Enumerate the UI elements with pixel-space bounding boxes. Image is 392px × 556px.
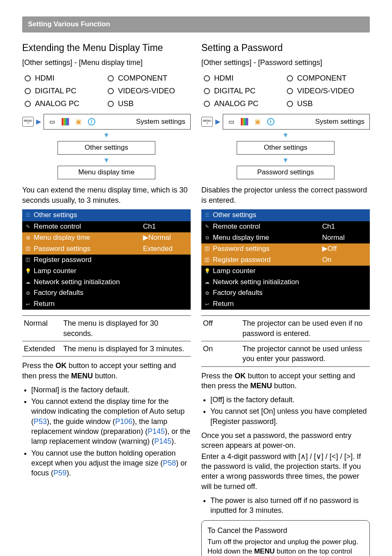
radio-hdmi: HDMI — [204, 73, 287, 83]
row-label: Return — [213, 299, 234, 309]
osd-row: 💡Lamp counter — [22, 266, 191, 277]
right-bullets: [Off] is the factory default. You cannot… — [201, 395, 370, 426]
link-p58[interactable]: P58 — [163, 459, 176, 467]
right-title: Setting a Password — [201, 42, 370, 54]
nav-system-settings-box: ▭ ▣ i System settings — [44, 114, 191, 130]
osd-row: ↩Return — [201, 299, 370, 310]
link-p59[interactable]: P59 — [53, 469, 67, 477]
left-breadcrumb: [Other settings] - [Menu display time] — [22, 58, 191, 67]
menu-button-icon: MENU☰ — [22, 117, 34, 127]
bullet: You cannot use the button holding operat… — [31, 448, 191, 478]
link-p53[interactable]: P53 — [34, 417, 47, 426]
info-icon: i — [265, 116, 277, 127]
radio-digital-pc: DIGITAL PC — [204, 86, 287, 96]
callout-title: To Cancel the Password — [208, 526, 364, 535]
projector-icon: ▣ — [73, 116, 84, 127]
osd-row: ☁Network setting initialization — [22, 277, 191, 288]
link-p145[interactable]: P145 — [154, 437, 171, 445]
row-value: Extended — [143, 244, 188, 254]
osd-row: ✎Remote controlCh1 — [22, 221, 191, 232]
info-icon: i — [86, 116, 97, 127]
bullet: The power is also turned off if no passw… — [210, 496, 370, 516]
row-label: Menu display time — [213, 233, 269, 243]
right-para2: Enter a 4-digit password with [∧] / [∨] … — [201, 452, 370, 491]
row-label: Register password — [34, 255, 92, 265]
row-label: Remote control — [213, 222, 260, 232]
row-icon: ↩ — [204, 301, 210, 308]
row-icon: ✎ — [204, 223, 210, 230]
row-value: ▶Normal — [143, 233, 188, 243]
arrow-right-icon: ▶ — [215, 117, 220, 126]
row-icon: ⧉ — [25, 234, 31, 241]
option-row-extended: ExtendedThe menu is displayed for 3 minu… — [22, 341, 191, 356]
radio-analog-pc: ANALOG PC — [25, 99, 108, 109]
bullet: You cannot set [On] unless you have comp… — [210, 406, 370, 426]
radio-component: COMPONENT — [287, 73, 370, 83]
radio-usb: USB — [287, 99, 370, 109]
nav-other-settings-box: Other settings — [237, 141, 334, 155]
row-label: Network setting initialization — [34, 278, 120, 287]
row-value: On — [322, 255, 367, 265]
row-label: Network setting initialization — [213, 278, 299, 287]
left-press-ok: Press the OK button to accept your setti… — [22, 361, 191, 381]
row-value: ▶Off — [322, 244, 367, 254]
radio-video-svideo: VIDEO/S-VIDEO — [108, 86, 191, 96]
option-row-off: OffThe projector can be used even if no … — [201, 316, 370, 341]
bullet: [Off] is the factory default. — [210, 395, 370, 405]
picture-icon: ▭ — [226, 116, 237, 127]
osd-row: ↩Return — [22, 299, 191, 310]
row-label: Password settings — [34, 244, 90, 254]
callout-body: Turn off the projector and unplug the po… — [208, 537, 364, 556]
osd-row: ⚿Password settings▶Off — [201, 243, 370, 255]
left-bullets: [Normal] is the factory default. You can… — [22, 385, 191, 478]
left-title: Extending the Menu Display Time — [22, 42, 191, 54]
nav-password-settings-box: Password settings — [237, 166, 334, 179]
row-icon: ☁ — [25, 279, 31, 285]
osd-row: ⚙Factory defaults — [201, 287, 370, 299]
left-osd-screenshot: ☰Other settings ✎Remote controlCh1⧉Menu … — [22, 209, 191, 310]
osd-row: ⧉Menu display timeNormal — [201, 232, 370, 243]
osd-row: ⚿Password settingsExtended — [22, 243, 191, 255]
row-icon: ⧉ — [204, 234, 210, 241]
menu-button-icon: MENU☰ — [201, 117, 213, 127]
row-value: Normal — [322, 233, 367, 243]
row-label: Lamp counter — [213, 266, 256, 276]
row-icon: ⚿ — [25, 257, 31, 263]
row-value: Ch1 — [322, 222, 367, 232]
row-icon: ⚙ — [204, 290, 210, 297]
row-icon: ⚿ — [204, 257, 210, 263]
row-icon: 💡 — [204, 268, 210, 274]
row-label: Menu display time — [34, 233, 90, 243]
projector-icon: ▣ — [252, 116, 263, 127]
right-press-ok: Press the OK button to accept your setti… — [201, 371, 370, 391]
left-options-table: NormalThe menu is displayed for 30 secon… — [22, 315, 191, 357]
osd-row: ☁Network setting initialization — [201, 277, 370, 288]
bullet: [Normal] is the factory default. — [31, 385, 191, 395]
nav-menu-display-time-box: Menu display time — [58, 166, 155, 179]
right-osd-screenshot: ☰Other settings ✎Remote controlCh1⧉Menu … — [201, 209, 370, 310]
row-label: Password settings — [213, 244, 270, 254]
row-label: Remote control — [34, 222, 81, 232]
right-bullets-2: The power is also turned off if no passw… — [201, 496, 370, 516]
osd-row: ✎Remote controlCh1 — [201, 221, 370, 232]
color-bars-icon — [239, 116, 250, 127]
page-header: Setting Various Function — [22, 16, 370, 32]
arrow-right-icon: ▶ — [36, 117, 41, 126]
left-intro: You can extend the menu display time, wh… — [22, 185, 191, 205]
osd-row: ⧉Menu display time▶Normal — [22, 232, 191, 243]
row-label: Lamp counter — [34, 266, 76, 276]
row-icon: ⚙ — [25, 290, 31, 297]
option-row-normal: NormalThe menu is displayed for 30 secon… — [22, 316, 191, 341]
osd-row: ⚿Register passwordOn — [201, 255, 370, 266]
radio-hdmi: HDMI — [25, 73, 108, 83]
bullet: You cannot extend the display time for t… — [31, 396, 191, 446]
radio-usb: USB — [108, 99, 191, 109]
arrow-down-icon: ▼ — [282, 132, 289, 139]
option-row-on: OnThe projector cannot be used unless yo… — [201, 341, 370, 366]
row-icon: ↩ — [25, 301, 31, 308]
link-p145[interactable]: P145 — [148, 427, 165, 436]
right-para1: Once you set a password, the password en… — [201, 431, 370, 451]
row-icon: ☁ — [204, 279, 210, 285]
signal-options-left: HDMI COMPONENT DIGITAL PC VIDEO/S-VIDEO … — [22, 73, 191, 109]
link-p106[interactable]: P106 — [115, 417, 132, 426]
